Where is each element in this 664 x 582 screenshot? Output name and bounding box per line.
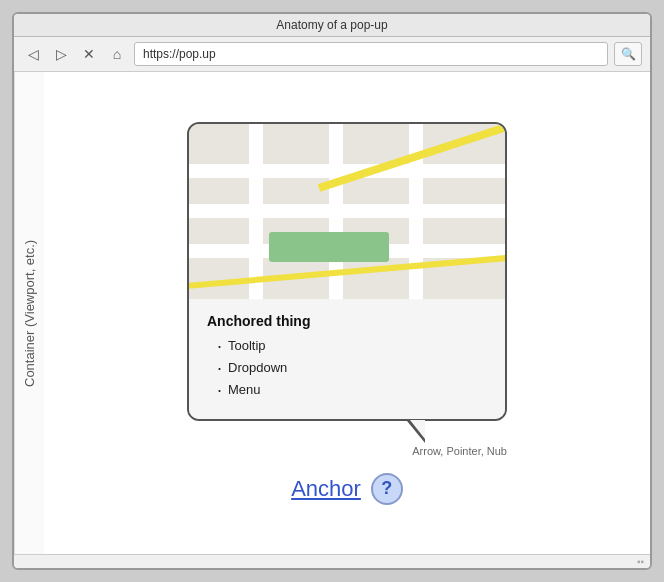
home-button[interactable]: ⌂ xyxy=(106,43,128,65)
help-button[interactable]: ? xyxy=(371,473,403,505)
anchored-list: Tooltip Dropdown Menu xyxy=(207,337,487,399)
close-button[interactable]: ✕ xyxy=(78,43,100,65)
map-road-h2 xyxy=(189,204,505,218)
popup-arrow xyxy=(407,421,425,443)
popup-box: Anchored thing Tooltip Dropdown Menu xyxy=(187,122,507,421)
search-button[interactable]: 🔍 xyxy=(614,42,642,66)
list-item-label: Menu xyxy=(228,382,261,397)
popup-content: Anchored thing Tooltip Dropdown Menu xyxy=(189,299,505,419)
map-area xyxy=(189,124,505,299)
sidebar-text: Container (Viewport, etc.) xyxy=(22,239,37,386)
resize-handle[interactable]: ▪▪ xyxy=(637,557,644,567)
anchor-link[interactable]: Anchor xyxy=(291,476,361,502)
bottom-row: Anchor ? xyxy=(291,473,403,505)
browser-window: Anatomy of a pop-up ◁ ▷ ✕ ⌂ 🔍 Container … xyxy=(12,12,652,570)
popup-container: Anchored thing Tooltip Dropdown Menu Arr… xyxy=(187,122,507,505)
popup-arrow-wrapper: Arrow, Pointer, Nub xyxy=(187,421,507,457)
list-item-label: Dropdown xyxy=(228,360,287,375)
sidebar-container-label: Container (Viewport, etc.) xyxy=(14,72,44,554)
arrow-label: Arrow, Pointer, Nub xyxy=(412,445,507,457)
list-item: Menu xyxy=(217,381,487,399)
browser-content: Container (Viewport, etc.) xyxy=(14,72,650,554)
list-item: Tooltip xyxy=(217,337,487,355)
browser-title: Anatomy of a pop-up xyxy=(276,18,387,32)
address-bar[interactable] xyxy=(134,42,608,66)
map-green-block xyxy=(269,232,389,262)
main-area: Anchored thing Tooltip Dropdown Menu Arr… xyxy=(44,72,650,554)
browser-toolbar: ◁ ▷ ✕ ⌂ 🔍 xyxy=(14,37,650,72)
search-icon: 🔍 xyxy=(621,47,636,61)
map-road-v1 xyxy=(249,124,263,299)
list-item: Dropdown xyxy=(217,359,487,377)
back-button[interactable]: ◁ xyxy=(22,43,44,65)
browser-titlebar: Anatomy of a pop-up xyxy=(14,14,650,37)
browser-statusbar: ▪▪ xyxy=(14,554,650,568)
anchored-thing-title: Anchored thing xyxy=(207,313,487,329)
list-item-label: Tooltip xyxy=(228,338,266,353)
forward-button[interactable]: ▷ xyxy=(50,43,72,65)
